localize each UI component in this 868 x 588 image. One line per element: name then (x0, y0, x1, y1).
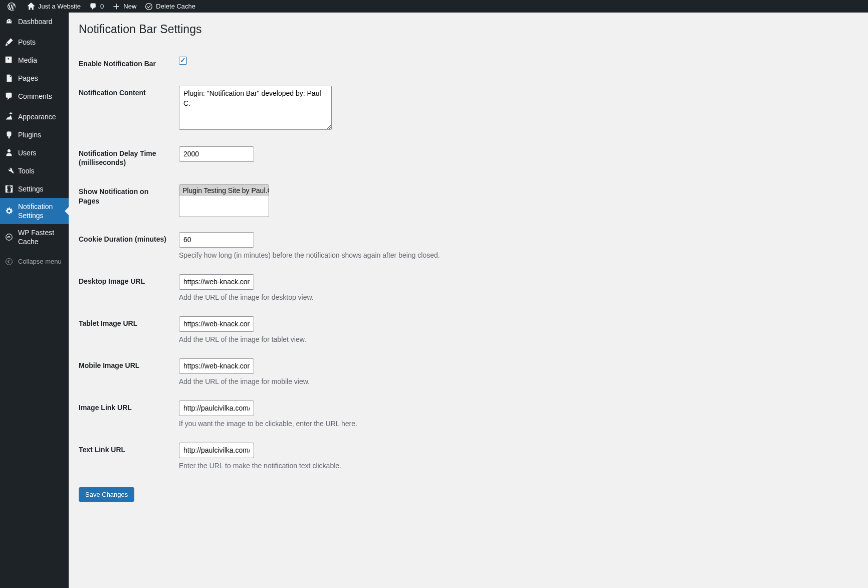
sidebar-item-label: Settings (18, 184, 64, 193)
admin-sidebar: Dashboard Posts Media Pages Comments (0, 13, 69, 588)
cookie-duration-label: Cookie Duration (minutes) (79, 225, 174, 267)
sidebar-item-label: Media (18, 56, 64, 65)
main-content: Notification Bar Settings Enable Notific… (69, 13, 868, 588)
sidebar-item-label: Comments (18, 92, 64, 101)
show-on-pages-label: Show Notification on Pages (79, 177, 174, 225)
sidebar-item-label: Plugins (18, 130, 64, 139)
notification-content-label: Notification Content (79, 78, 174, 139)
mobile-image-description: Add the URL of the image for mobile view… (179, 377, 853, 385)
site-name-label: Just a Website (38, 3, 81, 10)
comments-menu[interactable]: 0 (85, 0, 108, 13)
show-on-pages-select[interactable]: Plugin Testing Site by Paul.C (179, 184, 269, 217)
cookie-duration-input[interactable] (179, 232, 254, 248)
wp-logo-menu[interactable] (3, 0, 23, 13)
sidebar-item-comments[interactable]: Comments (0, 87, 69, 105)
image-link-label: Image Link URL (79, 393, 174, 435)
admin-bar: Just a Website 0 New Delete Cache (0, 0, 868, 13)
sidebar-item-notification-settings[interactable]: Notification Settings (0, 198, 69, 224)
posts-icon (4, 37, 14, 47)
users-icon (4, 148, 14, 158)
image-link-input[interactable] (179, 401, 254, 416)
sidebar-item-settings[interactable]: Settings (0, 180, 69, 198)
sidebar-item-wp-fastest-cache[interactable]: WP Fastest Cache (0, 224, 69, 250)
sidebar-item-appearance[interactable]: Appearance (0, 108, 69, 126)
text-link-label: Text Link URL (79, 435, 174, 477)
pages-icon (4, 73, 14, 83)
desktop-image-description: Add the URL of the image for desktop vie… (179, 293, 853, 301)
collapse-menu-label: Collapse menu (18, 257, 64, 266)
mobile-image-input[interactable] (179, 358, 254, 374)
cache-icon (4, 232, 14, 242)
settings-icon (4, 184, 14, 194)
sidebar-item-label: Pages (18, 74, 64, 83)
tablet-image-input[interactable] (179, 316, 254, 332)
sidebar-item-label: Dashboard (18, 17, 64, 26)
tools-icon (4, 166, 14, 176)
settings-form-table: Enable Notification Bar Notification Con… (79, 49, 858, 478)
desktop-image-input[interactable] (179, 274, 254, 290)
sidebar-item-users[interactable]: Users (0, 144, 69, 162)
sidebar-item-tools[interactable]: Tools (0, 162, 69, 180)
comments-count: 0 (100, 3, 104, 10)
delete-cache-label: Delete Cache (156, 3, 195, 10)
plugins-icon (4, 130, 14, 140)
dashboard-icon (4, 17, 14, 27)
media-icon (4, 55, 14, 65)
mobile-image-label: Mobile Image URL (79, 351, 174, 393)
delay-time-input[interactable] (179, 146, 254, 162)
sidebar-item-label: Notification Settings (18, 202, 64, 220)
sidebar-item-label: Appearance (18, 112, 64, 121)
sidebar-item-posts[interactable]: Posts (0, 33, 69, 51)
collapse-icon (4, 257, 14, 267)
svg-point-2 (6, 259, 13, 265)
delete-cache-menu[interactable]: Delete Cache (140, 0, 199, 13)
sidebar-item-label: WP Fastest Cache (18, 228, 64, 246)
comments-icon (4, 91, 14, 101)
sidebar-item-dashboard[interactable]: Dashboard (0, 13, 69, 31)
notification-content-textarea[interactable]: Plugin: "Notification Bar" developed by:… (179, 86, 332, 130)
enable-notification-checkbox[interactable] (179, 57, 187, 65)
page-title: Notification Bar Settings (79, 18, 858, 39)
image-link-description: If you want the image to be clickable, e… (179, 420, 853, 428)
cookie-duration-description: Specify how long (in minutes) before the… (179, 251, 853, 259)
sidebar-item-label: Tools (18, 166, 64, 175)
cache-icon (144, 2, 153, 11)
enable-notification-label: Enable Notification Bar (79, 49, 174, 78)
text-link-description: Enter the URL to make the notification t… (179, 462, 853, 470)
tablet-image-description: Add the URL of the image for tablet view… (179, 335, 853, 343)
comments-icon (89, 2, 98, 11)
site-name-menu[interactable]: Just a Website (23, 0, 85, 13)
new-content-menu[interactable]: New (108, 0, 140, 13)
gear-icon (4, 206, 14, 216)
collapse-menu-button[interactable]: Collapse menu (0, 253, 69, 271)
sidebar-item-pages[interactable]: Pages (0, 69, 69, 87)
svg-point-0 (146, 3, 152, 10)
page-option[interactable]: Plugin Testing Site by Paul.C (179, 185, 269, 196)
tablet-image-label: Tablet Image URL (79, 309, 174, 351)
home-icon (27, 2, 36, 11)
appearance-icon (4, 112, 14, 122)
sidebar-item-label: Posts (18, 38, 64, 47)
new-label: New (123, 3, 136, 10)
wordpress-icon (7, 2, 16, 11)
text-link-input[interactable] (179, 443, 254, 458)
save-changes-button[interactable]: Save Changes (79, 487, 134, 502)
sidebar-item-plugins[interactable]: Plugins (0, 126, 69, 144)
sidebar-item-media[interactable]: Media (0, 51, 69, 69)
plus-icon (112, 2, 121, 11)
sidebar-item-label: Users (18, 148, 64, 157)
desktop-image-label: Desktop Image URL (79, 267, 174, 309)
delay-time-label: Notification Delay Time (milliseconds) (79, 139, 174, 177)
